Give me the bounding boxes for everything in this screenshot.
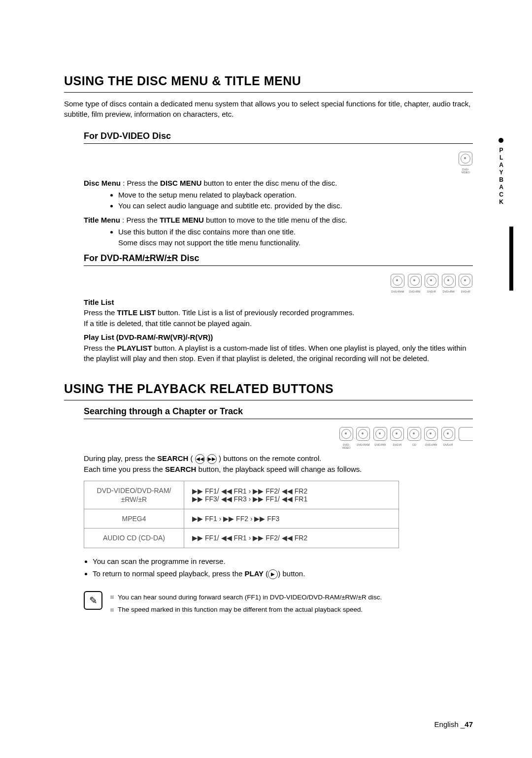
disc-icon: DVD+R [459, 274, 472, 293]
disc-icon: DVD-R [425, 274, 438, 293]
disc-icon: DVD-RW [373, 427, 387, 446]
table-row: DVD-VIDEO/DVD-RAM/±RW/±R ▶▶ FF1/ ◀◀ FR1 … [84, 481, 399, 509]
disc-icon: DVD+R [441, 427, 455, 446]
page-footer: English _47 [434, 720, 473, 728]
disc-icon: CD [407, 427, 421, 446]
note-items: You can hear sound during forward search… [110, 591, 382, 616]
disc-icon: DVD-RW [408, 274, 422, 293]
disc-icon: DVD+RW [424, 427, 438, 446]
search-notes: You can scan the programme in reverse. T… [84, 555, 473, 580]
disc-compat-icons: DVD-VIDEO DVD-RAM DVD-RW DVD-R CD DVD+RW… [84, 427, 473, 449]
list-item: Use this button if the disc contains mor… [118, 227, 473, 248]
fastforward-icon: ▶▶ [207, 454, 217, 464]
speed-table: DVD-VIDEO/DVD-RAM/±RW/±R ▶▶ FF1/ ◀◀ FR1 … [84, 481, 399, 548]
note-icon: ✎ [84, 591, 102, 610]
disc-compat-icons: DVD-RAM DVD-RW DVD-R DVD+RW DVD+R [84, 274, 473, 293]
list-item: Move to the setup menu related to playba… [118, 190, 473, 200]
play-list-label: Play List (DVD-RAM/-RW(VR)/-R(VR)) [84, 332, 473, 343]
list-item: You can select audio language and subtit… [118, 200, 473, 211]
bullet-icon [110, 608, 114, 612]
title-menu-label: Title Menu [84, 216, 120, 224]
divider [84, 265, 473, 266]
disc-icon: DVD-R [390, 427, 404, 446]
play-icon: ▶ [268, 569, 278, 579]
disc-menu-label: Disc Menu [84, 179, 121, 187]
disc-icon: DVD-VIDEO [459, 152, 472, 174]
disc-icon: DVD-RAM [356, 427, 370, 446]
disc-compat-icons: DVD-VIDEO [84, 152, 473, 174]
disc-icon: DVD-VIDEO [339, 427, 353, 449]
dvd-ram-body: Title List Press the TITLE LIST button. … [84, 297, 473, 364]
title-list-label: Title List [84, 297, 473, 308]
list-item: You can scan the programme in reverse. [93, 555, 473, 568]
divider [84, 143, 473, 144]
subheading-dvd-ram: For DVD-RAM/±RW/±R Disc [84, 253, 473, 264]
disc-icon: DVD+RW [442, 274, 456, 293]
table-row: AUDIO CD (CD-DA) ▶▶ FF1/ ◀◀ FR1 › ▶▶ FF2… [84, 528, 399, 548]
divider [64, 92, 473, 93]
divider [64, 400, 473, 400]
divider [84, 419, 473, 419]
rewind-icon: ◀◀ [195, 454, 205, 464]
list-item: To return to normal speed playback, pres… [93, 567, 473, 580]
subheading-searching: Searching through a Chapter or Track [84, 406, 473, 417]
info-note-box: ✎ You can hear sound during forward sear… [84, 591, 473, 616]
bullet-icon [110, 595, 114, 599]
searching-body: During play, press the SEARCH ( ◀◀ ▶▶ ) … [84, 453, 473, 475]
section-disc-menu-title: USING THE DISC MENU & TITLE MENU [64, 74, 473, 88]
section-playback-buttons-title: USING THE PLAYBACK RELATED BUTTONS [64, 382, 473, 396]
subheading-dvd-video: For DVD-VIDEO Disc [84, 131, 473, 141]
divx-icon [459, 427, 473, 441]
dvd-video-body: Disc Menu : Press the DISC MENU button t… [84, 178, 473, 248]
table-row: MPEG4 ▶▶ FF1 › ▶▶ FF2 › ▶▶ FF3 [84, 509, 399, 528]
section-disc-menu-intro: Some type of discs contain a dedicated m… [64, 99, 473, 119]
disc-icon: DVD-RAM [391, 274, 404, 293]
